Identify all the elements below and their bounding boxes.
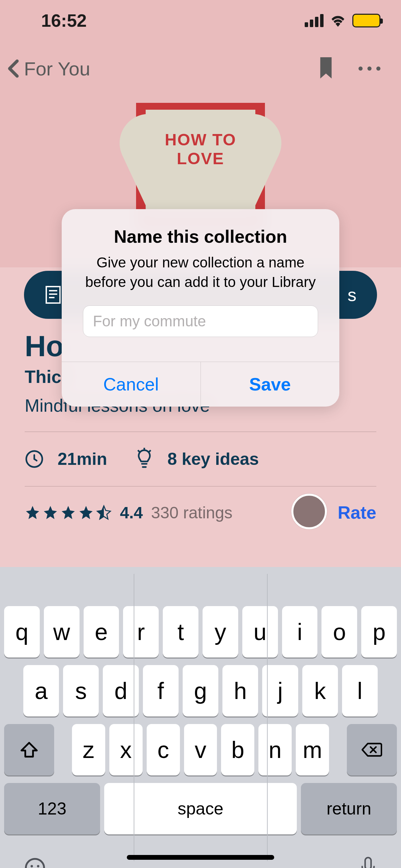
dialog-subtitle: Give your new collection a name before y… xyxy=(75,253,326,292)
key-p[interactable]: p xyxy=(361,606,397,658)
key-b[interactable]: b xyxy=(221,724,254,775)
emoji-key[interactable] xyxy=(24,857,46,868)
rating-count: 330 ratings xyxy=(151,503,233,522)
key-row-3: zxcvbnm xyxy=(4,724,397,775)
key-n[interactable]: n xyxy=(258,724,292,775)
duration: 21min xyxy=(58,449,107,469)
pill-trailing: s xyxy=(348,285,356,305)
backspace-key[interactable] xyxy=(347,724,397,775)
space-key[interactable]: space xyxy=(104,783,297,834)
suggestion-bar[interactable] xyxy=(0,567,401,599)
battery-icon xyxy=(352,14,380,27)
key-r[interactable]: r xyxy=(123,606,159,658)
key-s[interactable]: s xyxy=(63,665,99,716)
key-ideas: 8 key ideas xyxy=(168,449,259,469)
cellular-icon xyxy=(305,14,324,27)
key-q[interactable]: q xyxy=(4,606,40,658)
lightbulb-icon xyxy=(135,448,154,470)
collection-name-input[interactable] xyxy=(93,313,308,330)
home-indicator[interactable] xyxy=(127,855,274,860)
key-v[interactable]: v xyxy=(184,724,217,775)
key-z[interactable]: z xyxy=(72,724,105,775)
bookmark-icon[interactable] xyxy=(317,57,335,80)
key-x[interactable]: x xyxy=(109,724,143,775)
key-a[interactable]: a xyxy=(23,665,59,716)
svg-line-6 xyxy=(138,450,139,452)
key-m[interactable]: m xyxy=(296,724,329,775)
cover-line2: LOVE xyxy=(136,149,265,168)
svg-rect-11 xyxy=(365,858,371,868)
key-h[interactable]: h xyxy=(222,665,258,716)
return-key[interactable]: return xyxy=(301,783,397,834)
svg-point-9 xyxy=(31,865,33,867)
separator xyxy=(25,486,376,486)
cancel-button[interactable]: Cancel xyxy=(62,362,200,407)
back-label: For You xyxy=(24,58,90,80)
key-i[interactable]: i xyxy=(282,606,318,658)
key-y[interactable]: y xyxy=(203,606,238,658)
floating-indicator[interactable] xyxy=(291,494,327,529)
name-collection-dialog: Name this collection Give your new colle… xyxy=(62,209,339,407)
key-u[interactable]: u xyxy=(242,606,278,658)
status-indicators xyxy=(305,14,380,27)
svg-point-8 xyxy=(26,859,44,868)
keyboard: qwertyuiop asdfghjkl zxcvbnm 123 space r… xyxy=(0,567,401,868)
key-row-1: qwertyuiop xyxy=(4,606,397,658)
cover-line1: HOW TO xyxy=(136,130,265,149)
doc-icon xyxy=(45,285,62,304)
rate-button[interactable]: Rate xyxy=(338,502,376,523)
stars-icon xyxy=(25,505,112,520)
svg-point-10 xyxy=(37,865,39,867)
clock-icon xyxy=(25,449,44,469)
shift-key[interactable] xyxy=(4,724,54,775)
key-g[interactable]: g xyxy=(183,665,218,716)
mic-key[interactable] xyxy=(359,856,377,868)
collection-name-field[interactable] xyxy=(83,305,318,337)
status-bar: 16:52 xyxy=(0,0,401,41)
key-o[interactable]: o xyxy=(321,606,357,658)
dialog-title: Name this collection xyxy=(75,226,326,247)
svg-line-7 xyxy=(149,450,151,452)
status-time: 16:52 xyxy=(41,10,87,31)
key-e[interactable]: e xyxy=(84,606,119,658)
chevron-left-icon xyxy=(7,59,21,78)
key-row-4: 123 space return xyxy=(4,783,397,834)
save-button[interactable]: Save xyxy=(200,362,340,407)
key-w[interactable]: w xyxy=(44,606,80,658)
separator xyxy=(25,432,376,432)
key-f[interactable]: f xyxy=(143,665,179,716)
back-button[interactable]: For You xyxy=(7,58,90,80)
key-l[interactable]: l xyxy=(342,665,378,716)
key-t[interactable]: t xyxy=(163,606,198,658)
wifi-icon xyxy=(330,14,346,27)
key-c[interactable]: c xyxy=(147,724,180,775)
navbar: For You xyxy=(0,48,401,89)
more-button[interactable] xyxy=(359,67,380,71)
key-k[interactable]: k xyxy=(302,665,338,716)
rating-score: 4.4 xyxy=(120,503,143,522)
cover-title: HOW TO LOVE xyxy=(136,130,265,168)
meta-row: 21min 8 key ideas xyxy=(25,448,376,470)
key-row-2: asdfghjkl xyxy=(4,665,397,716)
numbers-key[interactable]: 123 xyxy=(4,783,100,834)
